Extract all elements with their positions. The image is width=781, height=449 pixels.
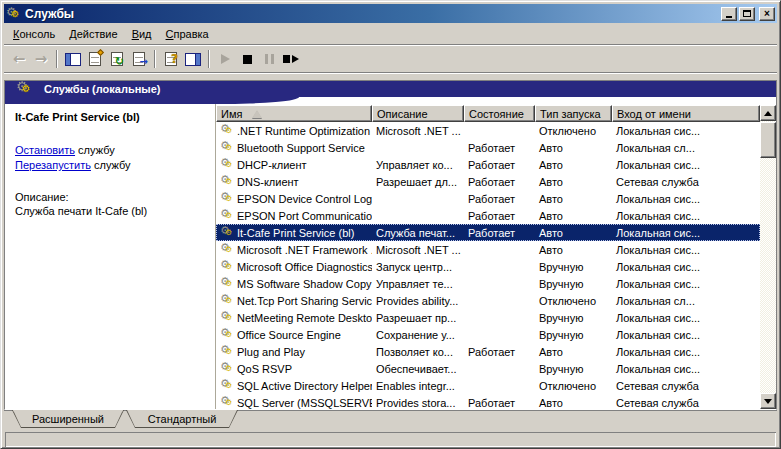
service-gears-icon: ⚙⚙ (220, 294, 235, 308)
show-description-bar-button[interactable] (182, 48, 204, 70)
service-description: Сохранение у... (372, 329, 464, 341)
close-button[interactable]: × (759, 7, 775, 21)
service-name: MS Software Shadow Copy ... (237, 278, 372, 290)
service-row[interactable]: ⚙⚙Microsoft .NET Framework ... Microsoft… (216, 241, 760, 258)
service-startup-type: Вручную (535, 278, 612, 290)
service-logon-as: Локальная сис... (612, 227, 760, 239)
service-logon-as: Локальная сис... (612, 278, 760, 290)
service-logon-as: Локальная сис... (612, 312, 760, 324)
column-header-description[interactable]: Описание (372, 105, 464, 122)
service-row[interactable]: ⚙⚙Bluetooth Support Service Работает Авт… (216, 139, 760, 156)
service-startup-type: Вручную (535, 261, 612, 273)
service-description: Microsoft .NET ... (372, 125, 464, 137)
service-logon-as: Локальная сис... (612, 346, 760, 358)
service-status: Работает (464, 227, 535, 239)
service-name: Office Source Engine (237, 329, 341, 341)
start-service-icon (221, 54, 230, 64)
service-row[interactable]: ⚙⚙DHCP-клиент Управляет ко... Работает А… (216, 156, 760, 173)
service-gears-icon: ⚙⚙ (220, 362, 235, 376)
service-status: Работает (464, 346, 535, 358)
service-row[interactable]: ⚙⚙Net.Tcp Port Sharing Service Provides … (216, 292, 760, 309)
selected-service-title: It-Cafe Print Service (bl) (15, 111, 205, 123)
service-startup-type: Отключено (535, 295, 612, 307)
export-list-button[interactable]: → (128, 48, 150, 70)
service-logon-as: Локальная сис... (612, 125, 760, 137)
column-header-name[interactable]: Имя (216, 105, 372, 122)
column-header-logon-as[interactable]: Вход от имени (612, 105, 760, 122)
service-row[interactable]: ⚙⚙NetMeeting Remote Deskto... Разрешает … (216, 309, 760, 326)
service-logon-as: Локальная сл... (612, 295, 760, 307)
menu-action[interactable]: Действие (62, 25, 124, 43)
scroll-up-button[interactable] (760, 105, 776, 121)
scroll-down-button[interactable] (760, 393, 776, 409)
tab-standard[interactable]: Стандартный (126, 410, 238, 428)
service-row[interactable]: ⚙⚙QoS RSVP Обеспечивает... Вручную Локал… (216, 360, 760, 377)
service-name: QoS RSVP (237, 363, 292, 375)
stop-service-link[interactable]: Остановить (15, 144, 75, 156)
service-row[interactable]: ⚙⚙MS Software Shadow Copy ... Управляет … (216, 275, 760, 292)
service-row[interactable]: ⚙⚙SQL Server (MSSQLSERVER) Provides stor… (216, 394, 760, 409)
service-row[interactable]: ⚙⚙SQL Active Directory Helper... Enables… (216, 377, 760, 394)
window-title: Службы (25, 7, 719, 21)
service-description: Обеспечивает... (372, 363, 464, 375)
column-header-status[interactable]: Состояние (464, 105, 535, 122)
service-row[interactable]: ⚙⚙Microsoft Office Diagnostics... Запуск… (216, 258, 760, 275)
vertical-scrollbar[interactable] (760, 105, 776, 409)
show-console-tree-button[interactable] (62, 48, 84, 70)
menu-view[interactable]: Вид (125, 25, 159, 43)
service-logon-as: Локальная сис... (612, 193, 760, 205)
service-startup-type: Авто (535, 210, 612, 222)
forward-button[interactable]: → (30, 48, 52, 70)
service-row[interactable]: ⚙⚙EPSON Port Communication ... Работает … (216, 207, 760, 224)
toolbar-separator (56, 50, 58, 68)
service-status: Работает (464, 193, 535, 205)
service-row[interactable]: ⚙⚙DNS-клиент Разрешает дл... Работает Ав… (216, 173, 760, 190)
scrollbar-thumb[interactable] (760, 122, 776, 158)
service-name: NetMeeting Remote Deskto... (237, 312, 372, 324)
start-service-button[interactable] (214, 48, 236, 70)
help-icon: ? (165, 52, 177, 66)
stop-service-line: Остановить службу (15, 143, 205, 158)
service-row[interactable]: ⚙⚙Plug and Play Позволяет ко... Работает… (216, 343, 760, 360)
console-content: ⚙⚙ Службы (локальные) It-Cafe Print Serv… (4, 80, 777, 410)
service-logon-as: Локальная сис... (612, 210, 760, 222)
minimize-button[interactable] (721, 7, 737, 21)
pause-service-button[interactable] (258, 48, 280, 70)
maximize-button[interactable] (739, 7, 755, 21)
service-row[interactable]: ⚙⚙Office Source Engine Сохранение у... В… (216, 326, 760, 343)
service-name: It-Cafe Print Service (bl) (237, 227, 354, 239)
service-name: SQL Active Directory Helper... (237, 380, 372, 392)
properties-icon (89, 52, 101, 66)
scroll-up-icon (764, 111, 772, 116)
menu-help[interactable]: Справка (159, 25, 216, 43)
service-row[interactable]: ⚙⚙.NET Runtime Optimization ... Microsof… (216, 122, 760, 139)
restart-service-link[interactable]: Перезапустить (15, 159, 91, 171)
service-gears-icon: ⚙⚙ (220, 158, 235, 172)
services-list: Имя Описание Состояние Тип запуска Вход … (215, 97, 776, 409)
back-button[interactable]: ← (8, 48, 30, 70)
service-name: Bluetooth Support Service (237, 142, 365, 154)
menu-console[interactable]: Консоль (6, 25, 62, 43)
pause-service-icon (265, 54, 274, 64)
service-gears-icon: ⚙⚙ (220, 277, 235, 291)
help-button[interactable]: ? (160, 48, 182, 70)
service-startup-type: Авто (535, 142, 612, 154)
title-bar[interactable]: ⚙⚙ Службы × (4, 4, 777, 23)
list-header-row: Имя Описание Состояние Тип запуска Вход … (216, 105, 760, 122)
properties-button[interactable] (84, 48, 106, 70)
tab-extended[interactable]: Расширенный (12, 410, 124, 428)
refresh-button[interactable]: ↻ (106, 48, 128, 70)
restart-service-button[interactable] (280, 48, 302, 70)
service-logon-as: Сетевая служба (612, 397, 760, 409)
stop-service-button[interactable] (236, 48, 258, 70)
service-name: Plug and Play (237, 346, 305, 358)
column-header-startup-type[interactable]: Тип запуска (535, 105, 612, 122)
service-logon-as: Локальная сис... (612, 244, 760, 256)
scroll-down-icon (764, 399, 772, 404)
service-name: EPSON Port Communication ... (237, 210, 372, 222)
service-description: Запуск центр... (372, 261, 464, 273)
service-gears-icon: ⚙⚙ (220, 124, 235, 138)
service-row[interactable]: ⚙⚙EPSON Device Control Log S... Работает… (216, 190, 760, 207)
service-row[interactable]: ⚙⚙It-Cafe Print Service (bl) Служба печа… (216, 224, 760, 241)
service-name: SQL Server (MSSQLSERVER) (237, 397, 372, 409)
